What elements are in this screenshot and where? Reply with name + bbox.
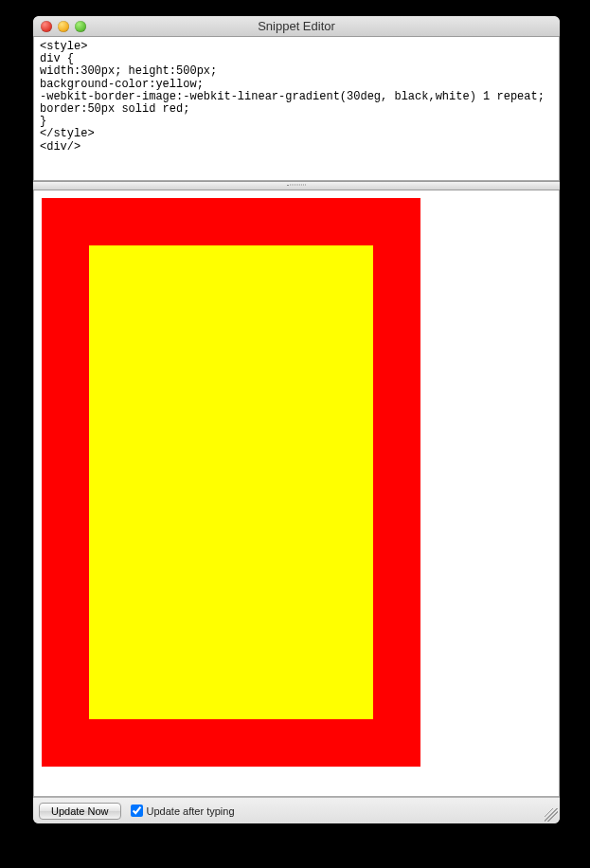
window-title: Snippet Editor	[33, 19, 560, 33]
code-editor[interactable]	[33, 37, 560, 181]
zoom-icon[interactable]	[75, 21, 86, 32]
footer-bar: Update Now Update after typing	[33, 797, 560, 823]
titlebar[interactable]: Snippet Editor	[33, 16, 560, 37]
auto-update-label: Update after typing	[147, 805, 235, 817]
update-now-button[interactable]: Update Now	[39, 803, 121, 820]
auto-update-input[interactable]	[131, 805, 143, 817]
app-window: Snippet Editor Update Now Update after t…	[33, 16, 560, 823]
close-icon[interactable]	[41, 21, 52, 32]
pane-splitter[interactable]	[33, 181, 560, 190]
minimize-icon[interactable]	[58, 21, 69, 32]
preview-iframe	[34, 190, 559, 796]
traffic-lights	[41, 21, 86, 32]
preview-pane	[33, 190, 560, 797]
resize-grip-icon[interactable]	[545, 808, 558, 822]
auto-update-checkbox[interactable]: Update after typing	[131, 805, 235, 817]
